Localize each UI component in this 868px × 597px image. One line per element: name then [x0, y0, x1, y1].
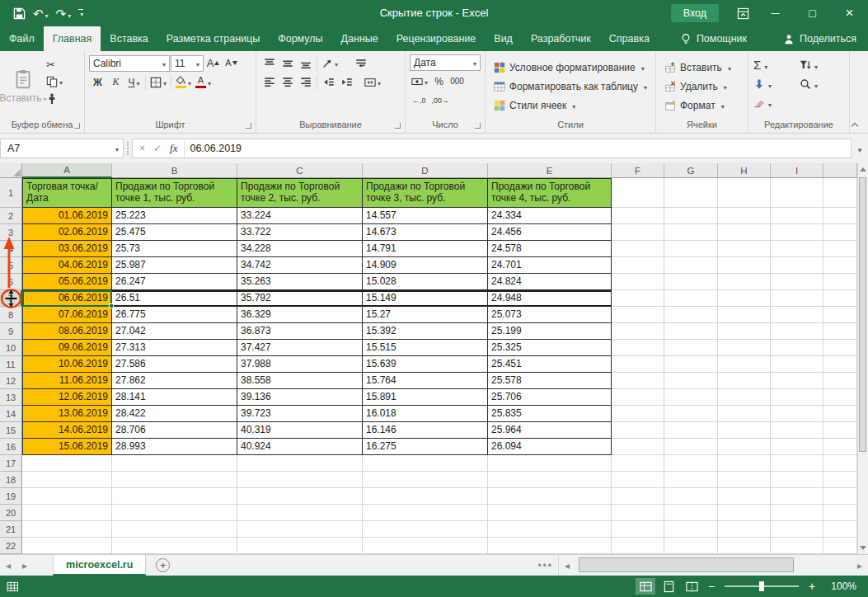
cell-C5[interactable]: 34.742	[237, 257, 363, 274]
cell-empty[interactable]	[612, 290, 664, 307]
cell-empty[interactable]	[612, 274, 664, 290]
tab-view[interactable]: Вид	[485, 26, 522, 51]
cell-empty[interactable]	[488, 472, 612, 488]
align-middle-button[interactable]	[279, 54, 296, 72]
close-button[interactable]: ×	[831, 0, 868, 26]
cell-empty[interactable]	[823, 538, 857, 554]
tab-home[interactable]: Главная	[44, 26, 101, 51]
cell-empty[interactable]	[771, 488, 823, 505]
cell-empty[interactable]	[488, 505, 612, 521]
insert-function-button[interactable]: fx	[170, 142, 177, 155]
cell-empty[interactable]	[363, 488, 488, 505]
cell-empty[interactable]	[22, 488, 112, 505]
borders-button[interactable]	[148, 73, 168, 91]
row-header-11[interactable]: 11	[0, 356, 22, 373]
cell-C3[interactable]: 33.722	[237, 224, 363, 241]
tab-page-layout[interactable]: Разметка страницы	[157, 26, 269, 51]
cell-E1[interactable]: Продажи по Торговой точке 4, тыс. руб.	[488, 178, 612, 208]
cell-empty[interactable]	[823, 389, 857, 406]
clipboard-dialog-launcher[interactable]	[74, 123, 80, 129]
cell-E5[interactable]: 24.701	[488, 257, 612, 274]
cell-empty[interactable]	[612, 389, 664, 406]
cell-empty[interactable]	[718, 323, 771, 340]
cell-B15[interactable]: 28.706	[112, 422, 237, 439]
cell-B16[interactable]: 28.993	[112, 439, 237, 455]
cell-empty[interactable]	[718, 472, 771, 488]
row-header-5[interactable]: 5	[0, 257, 22, 274]
cell-empty[interactable]	[488, 455, 612, 472]
orientation-button[interactable]	[320, 54, 340, 72]
cell-empty[interactable]	[488, 538, 612, 554]
row-header-22[interactable]: 22	[0, 538, 22, 554]
cell-empty[interactable]	[718, 224, 771, 241]
tab-insert[interactable]: Вставка	[101, 26, 157, 51]
align-center-button[interactable]	[279, 73, 296, 91]
increase-indent-button[interactable]	[338, 73, 355, 91]
cell-empty[interactable]	[112, 455, 237, 472]
cell-D14[interactable]: 16.018	[363, 406, 488, 422]
cell-empty[interactable]	[612, 439, 664, 455]
percent-style-button[interactable]: %	[430, 73, 448, 90]
cell-E3[interactable]: 24.456	[488, 224, 612, 241]
alignment-dialog-launcher[interactable]	[395, 123, 401, 129]
cell-empty[interactable]	[664, 406, 718, 422]
column-header-H[interactable]: H	[718, 163, 771, 178]
cell-A5[interactable]: 04.06.2019	[22, 257, 112, 274]
scroll-down-button[interactable]	[858, 542, 868, 554]
cell-E15[interactable]: 25.964	[488, 422, 612, 439]
cell-empty[interactable]	[612, 472, 664, 488]
cell-A12[interactable]: 11.06.2019	[22, 373, 112, 389]
number-dialog-launcher[interactable]	[475, 123, 481, 129]
cell-empty[interactable]	[237, 488, 363, 505]
cell-empty[interactable]	[718, 356, 771, 373]
tab-formulas[interactable]: Формулы	[269, 26, 331, 51]
cell-D7[interactable]: 15.149	[363, 290, 488, 307]
cell-A8[interactable]: 07.06.2019	[22, 307, 112, 323]
cell-empty[interactable]	[718, 290, 771, 307]
font-name-select[interactable]: Calibri	[89, 55, 170, 72]
cell-empty[interactable]	[823, 488, 857, 505]
cell-empty[interactable]	[664, 241, 718, 257]
redo-dropdown[interactable]	[66, 7, 71, 20]
cell-empty[interactable]	[664, 224, 718, 241]
cell-empty[interactable]	[664, 389, 718, 406]
paste-button[interactable]: Вставить	[2, 53, 45, 120]
tellme-helper-button[interactable]: Помощник	[680, 26, 747, 51]
vertical-scrollbar[interactable]	[857, 163, 868, 554]
row-header-8[interactable]: 8	[0, 307, 22, 323]
cell-E9[interactable]: 25.199	[488, 323, 612, 340]
cell-E8[interactable]: 25.073	[488, 307, 612, 323]
shrink-font-button[interactable]: А	[223, 54, 240, 72]
cell-C7[interactable]: 35.792	[237, 290, 363, 307]
cell-C8[interactable]: 36.329	[237, 307, 363, 323]
cell-empty[interactable]	[718, 422, 771, 439]
maximize-button[interactable]: □	[794, 0, 831, 26]
cell-B4[interactable]: 25.73	[112, 241, 237, 257]
cell-empty[interactable]	[771, 290, 823, 307]
cell-D8[interactable]: 15.27	[363, 307, 488, 323]
cell-empty[interactable]	[664, 455, 718, 472]
cell-styles-button[interactable]: Стили ячеек	[490, 96, 651, 114]
cell-C6[interactable]: 35.263	[237, 274, 363, 290]
scroll-up-button[interactable]	[858, 163, 868, 176]
cell-D12[interactable]: 15.764	[363, 373, 488, 389]
cell-empty[interactable]	[664, 340, 718, 356]
vertical-scroll-track[interactable]	[858, 176, 868, 542]
cell-empty[interactable]	[718, 307, 771, 323]
column-header-G[interactable]: G	[664, 163, 718, 178]
cell-empty[interactable]	[612, 178, 664, 208]
sheet-tab[interactable]: microexcel.ru	[53, 555, 146, 576]
copy-button[interactable]	[45, 73, 64, 90]
cell-B10[interactable]: 27.313	[112, 340, 237, 356]
new-sheet-button[interactable]	[156, 558, 170, 572]
decrease-indent-button[interactable]	[320, 73, 337, 91]
accounting-format-button[interactable]	[410, 73, 429, 90]
tab-file[interactable]: Файл	[0, 26, 44, 51]
row-header-17[interactable]: 17	[0, 455, 22, 472]
zoom-slider-thumb[interactable]	[759, 581, 764, 591]
cell-empty[interactable]	[612, 521, 664, 538]
cell-B11[interactable]: 27.586	[112, 356, 237, 373]
cell-empty[interactable]	[112, 538, 237, 554]
cell-empty[interactable]	[771, 389, 823, 406]
formula-bar-splitter[interactable]	[127, 142, 129, 155]
